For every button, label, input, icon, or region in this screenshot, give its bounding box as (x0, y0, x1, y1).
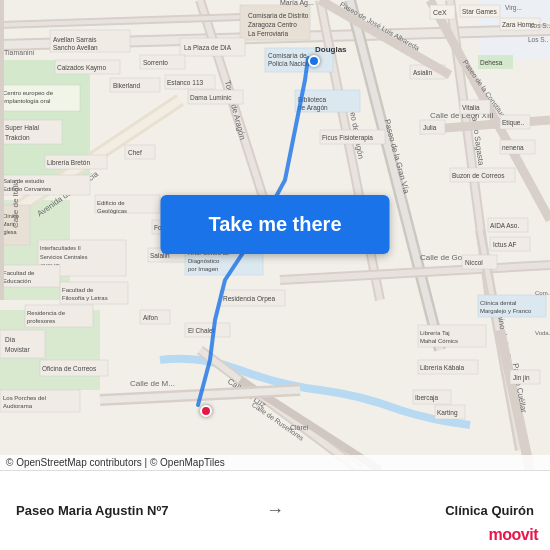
svg-text:Geológicas: Geológicas (97, 208, 127, 214)
svg-text:Star Games: Star Games (462, 8, 497, 15)
svg-text:Niccol: Niccol (465, 259, 483, 266)
svg-text:Ictus AF: Ictus AF (493, 241, 517, 248)
svg-rect-111 (0, 330, 45, 358)
svg-text:Mahal Cómics: Mahal Cómics (420, 338, 458, 344)
bottom-bar: Paseo Maria Agustin Nº7 → Clínica Quirón… (0, 470, 550, 550)
route-arrow-icon: → (266, 500, 284, 521)
svg-text:María Ag...: María Ag... (280, 0, 314, 7)
svg-text:Trakclon: Trakclon (5, 134, 30, 141)
svg-text:Librería Taj: Librería Taj (420, 330, 450, 336)
svg-text:de Aragón: de Aragón (298, 104, 328, 112)
svg-text:Día: Día (5, 336, 16, 343)
svg-text:Ibercaja: Ibercaja (415, 394, 439, 402)
svg-text:implantología oral: implantología oral (3, 98, 50, 104)
svg-text:Clínica dental: Clínica dental (480, 300, 516, 306)
map-container: Avenida de Valencia Torres de Aragón Pas… (0, 0, 550, 470)
svg-text:Educación: Educación (3, 278, 31, 284)
svg-text:Jin jin: Jin jin (513, 374, 530, 382)
svg-text:Bikerland: Bikerland (113, 82, 140, 89)
svg-text:Vitalia: Vitalia (462, 104, 480, 111)
svg-text:Audiorama: Audiorama (3, 403, 33, 409)
svg-text:Com...: Com... (535, 290, 550, 296)
svg-text:Chef: Chef (128, 149, 142, 156)
svg-text:Dama Luminic: Dama Luminic (190, 94, 232, 101)
svg-text:Residencia Orpea: Residencia Orpea (223, 295, 275, 303)
svg-text:Sala de estudio: Sala de estudio (3, 178, 45, 184)
svg-text:Centro europeo de: Centro europeo de (3, 90, 54, 96)
svg-text:Comisaria de Distrito: Comisaria de Distrito (248, 12, 309, 19)
svg-text:La Ferroviaria: La Ferroviaria (248, 30, 288, 37)
svg-text:profesores: profesores (27, 318, 55, 324)
svg-text:Diagnóstico: Diagnóstico (188, 258, 220, 264)
svg-text:por Imagen: por Imagen (188, 266, 218, 272)
svg-text:nenena: nenena (502, 144, 524, 151)
svg-text:Librería Kábala: Librería Kábala (420, 364, 464, 371)
route-from-label: Paseo Maria Agustin Nº7 (16, 503, 256, 518)
svg-text:Iglesa: Iglesa (2, 229, 18, 235)
svg-text:Facultad de: Facultad de (3, 270, 35, 276)
svg-text:Filosofía y Letras: Filosofía y Letras (62, 295, 108, 301)
svg-text:Interfacultades II: Interfacultades II (40, 245, 81, 251)
svg-text:Super Halal: Super Halal (5, 124, 40, 132)
svg-text:AIDA Aso.: AIDA Aso. (490, 222, 519, 229)
svg-text:Los S..: Los S.. (528, 36, 548, 43)
svg-text:Estanco 113: Estanco 113 (167, 79, 204, 86)
svg-text:Sancho Avellan: Sancho Avellan (53, 44, 98, 51)
svg-text:Aifon: Aifon (143, 314, 158, 321)
svg-text:Asialin: Asialin (413, 69, 433, 76)
svg-text:La Plaza de DIA: La Plaza de DIA (184, 44, 232, 51)
svg-text:Edificio de: Edificio de (97, 200, 125, 206)
take-me-there-button[interactable]: Take me there (160, 195, 389, 254)
map-attribution: © OpenStreetMap contributors | © OpenMap… (0, 455, 550, 470)
svg-text:Tiamanini: Tiamanini (4, 49, 35, 56)
svg-text:Calle de Italia: Calle de Italia (11, 179, 20, 228)
destination-pin (200, 405, 212, 417)
svg-text:Margalejo y Franco: Margalejo y Franco (480, 308, 532, 314)
svg-text:Movistar: Movistar (5, 346, 30, 353)
svg-text:Virg...: Virg... (505, 4, 522, 12)
svg-text:Residencia de: Residencia de (27, 310, 66, 316)
origin-pin (308, 55, 320, 67)
svg-text:Zaragoza Centro: Zaragoza Centro (248, 21, 297, 29)
svg-text:Voda...: Voda... (535, 330, 550, 336)
svg-text:Oficina de Correos: Oficina de Correos (42, 365, 97, 372)
svg-text:Ficus Fisioterapia: Ficus Fisioterapia (322, 134, 373, 142)
svg-text:Douglas: Douglas (315, 45, 347, 54)
svg-text:Dehesa: Dehesa (480, 59, 503, 66)
svg-text:Avellan Sarrais: Avellan Sarrais (53, 36, 97, 43)
route-to-label: Clínica Quirón (294, 503, 534, 518)
attribution-text: © OpenStreetMap contributors | © OpenMap… (6, 457, 225, 468)
svg-text:Los S...: Los S... (530, 22, 550, 29)
svg-text:Servicios Centrales: Servicios Centrales (40, 254, 88, 260)
svg-text:Etique..: Etique.. (502, 119, 524, 127)
svg-text:Julia: Julia (423, 124, 437, 131)
svg-text:Calle de M...: Calle de M... (130, 379, 175, 388)
svg-text:Buzon de Correos: Buzon de Correos (452, 172, 505, 179)
svg-text:Librería Bretón: Librería Bretón (47, 159, 90, 166)
svg-text:Clàrei: Clàrei (290, 424, 309, 431)
svg-text:Los Porches del: Los Porches del (3, 395, 46, 401)
svg-text:Facultad de: Facultad de (62, 287, 94, 293)
svg-text:CeX: CeX (433, 9, 447, 16)
svg-text:El Chalet: El Chalet (188, 327, 215, 334)
svg-text:Karting: Karting (437, 409, 458, 417)
moovit-logo-text: moovit (489, 526, 538, 543)
moovit-logo: moovit (489, 526, 538, 544)
svg-text:Sorrento: Sorrento (143, 59, 168, 66)
svg-text:Calzados Kaymo: Calzados Kaymo (57, 64, 107, 72)
svg-text:Comisaría de: Comisaría de (268, 52, 307, 59)
